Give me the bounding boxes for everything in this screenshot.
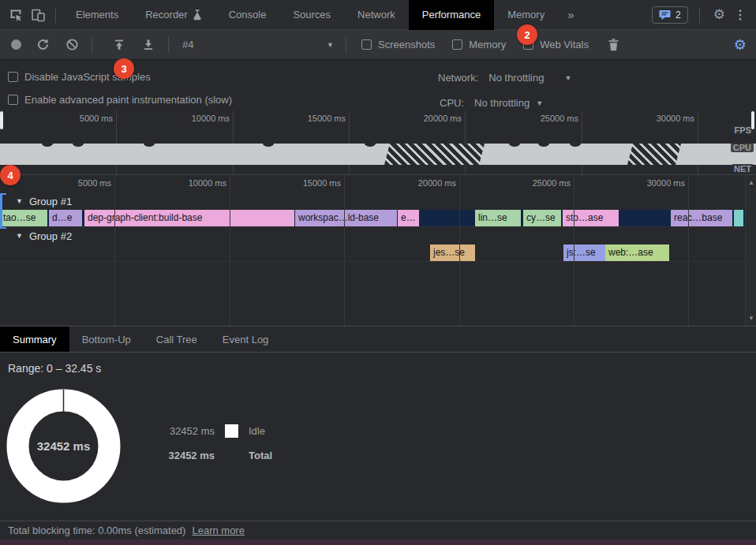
device-toolbar-icon-svg <box>31 8 46 22</box>
disable-js-samples-checkbox[interactable] <box>8 72 18 82</box>
flame-bar-row: jes…sejs:…seweb:…ase <box>0 245 745 262</box>
tab-call-tree[interactable]: Call Tree <box>144 327 210 352</box>
legend-value: 32452 ms <box>163 425 215 437</box>
scroll-down-icon[interactable]: ▼ <box>746 315 756 322</box>
network-throttling-select[interactable]: Network: No throttling ▼ <box>438 72 571 84</box>
flame-bar[interactable]: d…e <box>49 210 82 226</box>
group-header-group-2[interactable]: ▼Group #2 <box>0 227 745 245</box>
ruler-tick-label: 10000 ms <box>165 114 230 123</box>
record-button[interactable] <box>11 39 21 50</box>
grid-line <box>230 175 230 326</box>
learn-more-link[interactable]: Learn more <box>192 524 244 536</box>
more-options-icon[interactable]: ⋮ <box>734 7 747 22</box>
tab-label: Console <box>229 9 267 21</box>
save-profile-icon[interactable] <box>140 37 156 53</box>
summary-legend: 32452 msIdle32452 msTotal <box>163 422 272 471</box>
tab-sources[interactable]: Sources <box>279 0 344 30</box>
grid-line <box>465 110 466 175</box>
cpu-busy-region <box>384 144 485 165</box>
performance-toolbar: #4 ▼ ScreenshotsMemoryWeb Vitals ⚙ <box>0 30 756 60</box>
group-header-group-1[interactable]: ▼Group #1 <box>0 192 745 210</box>
selected-group-bracket <box>0 193 6 229</box>
clear-icon[interactable] <box>64 37 80 53</box>
overview-right-handle[interactable] <box>751 111 754 129</box>
annotation-badge: 3 <box>114 58 134 79</box>
tab-elements[interactable]: Elements <box>62 0 132 30</box>
flame-bar[interactable]: jes…se <box>430 245 475 261</box>
cpu-busy-region <box>627 144 681 165</box>
timeline-overview[interactable]: 5000 ms10000 ms15000 ms20000 ms25000 ms3… <box>0 110 756 175</box>
flame-bar[interactable]: reac…base <box>671 210 732 226</box>
divider <box>346 37 346 53</box>
delete-recording-icon[interactable] <box>606 37 622 53</box>
overview-left-handle[interactable] <box>0 111 3 129</box>
flame-bar[interactable]: e… <box>398 210 419 226</box>
grid-line <box>114 175 115 326</box>
grid-line <box>459 175 460 326</box>
tab-label: Performance <box>422 9 481 21</box>
tab-console[interactable]: Console <box>215 0 280 30</box>
history-select[interactable]: #4 ▼ <box>182 39 334 50</box>
divider <box>168 37 169 53</box>
capture-settings-gear-icon[interactable]: ⚙ <box>734 36 747 54</box>
legend-swatch <box>225 424 238 438</box>
lane-label-net: NET <box>732 164 754 174</box>
grid-line <box>233 110 234 175</box>
paint-instrumentation-checkbox[interactable] <box>8 95 18 105</box>
flame-bar[interactable]: js:…se <box>563 245 605 261</box>
grid-line <box>344 175 345 326</box>
flame-chart[interactable]: ▼Group #1tao…sed…edep-graph-client:build… <box>0 175 756 326</box>
tab-event-log[interactable]: Event Log <box>210 327 282 352</box>
cpu-throttling-select[interactable]: CPU: No throttling ▼ <box>440 97 543 109</box>
grid-line <box>349 110 350 175</box>
checkbox-memory[interactable]: Memory <box>452 39 506 50</box>
checkbox-label: Memory <box>469 39 506 50</box>
ruler-tick-label: 25000 ms <box>514 114 578 123</box>
tab-performance[interactable]: Performance <box>409 0 494 30</box>
grid-line <box>582 110 582 175</box>
cpu-activity-dip <box>144 140 155 147</box>
footer-bar: Total blocking time: 0.00ms (estimated) … <box>0 521 756 539</box>
scroll-up-icon[interactable]: ▲ <box>746 179 756 186</box>
summary-pane: Range: 0 – 32.45 s 32452 ms 32452 msIdle… <box>0 353 756 521</box>
tab-recorder[interactable]: Recorder <box>132 0 215 30</box>
inspect-icon-svg <box>9 8 23 22</box>
load-profile-icon[interactable] <box>111 37 127 53</box>
flame-bar[interactable]: dep-graph-client:build-base <box>84 210 294 226</box>
checkbox-screenshots[interactable]: Screenshots <box>361 39 435 50</box>
tab-summary[interactable]: Summary <box>0 327 69 352</box>
ruler-tick-label: 10000 ms <box>162 178 226 188</box>
flame-bar[interactable]: tao…se <box>0 210 47 226</box>
reload-and-record-icon[interactable] <box>35 37 51 53</box>
inspect-icon[interactable] <box>5 4 27 26</box>
clear-icon-svg <box>65 38 79 51</box>
settings-gear-icon[interactable]: ⚙ <box>713 6 725 23</box>
network-label: Network: <box>438 72 478 84</box>
divider <box>55 7 56 23</box>
tab-bottom-up[interactable]: Bottom-Up <box>69 327 144 352</box>
cpu-value: No throttling <box>474 97 530 109</box>
toolbar-checkboxes: ScreenshotsMemoryWeb Vitals <box>361 39 606 50</box>
range-label: Range: 0 – 32.45 s <box>8 362 101 375</box>
device-toolbar-icon[interactable] <box>27 4 49 26</box>
devtools-tabbar: ElementsRecorderConsoleSourcesNetworkPer… <box>0 0 756 30</box>
legend-row: 32452 msTotal <box>163 446 272 464</box>
flame-bar[interactable]: sto…ase <box>563 210 619 226</box>
more-tabs-button[interactable]: » <box>558 8 583 21</box>
flame-bar[interactable] <box>734 210 743 226</box>
reload-icon-svg <box>36 38 50 51</box>
tab-network[interactable]: Network <box>344 0 409 30</box>
legend-value: 32452 ms <box>163 450 215 461</box>
flame-bar[interactable]: workspac…ld-base <box>295 210 397 226</box>
ruler-tick-label: 25000 ms <box>506 178 571 188</box>
tab-label: Memory <box>507 9 545 21</box>
flame-scrollbar[interactable]: ▲ ▼ <box>745 175 756 326</box>
group-label: Group #1 <box>29 196 72 207</box>
group-label: Group #2 <box>29 230 72 242</box>
devtools-window: ElementsRecorderConsoleSourcesNetworkPer… <box>0 0 756 545</box>
flame-bar[interactable]: lin…se <box>475 210 521 226</box>
issues-button[interactable]: 2 <box>652 6 688 24</box>
flame-bar[interactable]: cy…se <box>523 210 561 226</box>
legend-row: 32452 msIdle <box>163 422 272 439</box>
flame-bar[interactable]: web:…ase <box>605 245 669 261</box>
